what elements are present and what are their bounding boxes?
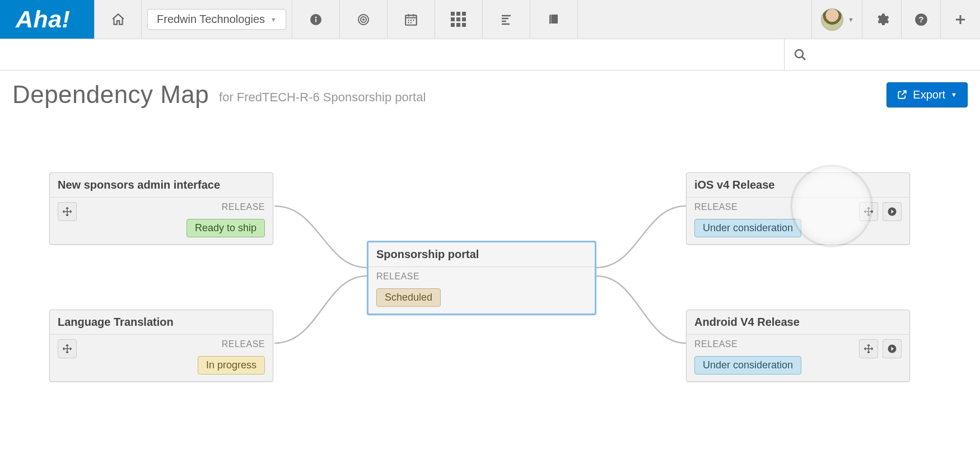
node-title: Language Translation [50,310,273,335]
dependency-canvas[interactable]: New sponsors admin interface RELEASE Rea… [0,111,980,468]
share-icon [897,90,907,100]
svg-rect-2 [315,18,316,22]
dependency-node[interactable]: Android V4 Release RELEASE Under conside… [686,310,910,382]
expand-right-icon[interactable] [883,202,902,221]
node-type: RELEASE [222,339,265,349]
logo[interactable]: Aha! [0,0,94,39]
node-title: iOS v4 Release [687,173,909,198]
info-icon[interactable] [292,0,340,39]
user-menu[interactable]: ▼ [812,0,862,39]
help-icon[interactable]: ? [902,0,941,39]
book-icon[interactable] [530,0,578,39]
node-title: Android V4 Release [687,310,909,335]
grid-icon[interactable] [435,0,483,39]
chevron-down-icon: ▼ [270,16,277,23]
drag-handle[interactable] [859,339,878,358]
status-badge: Ready to ship [186,219,265,237]
dependency-node[interactable]: Language Translation RELEASE In progress [49,310,273,382]
report-icon[interactable] [483,0,530,39]
topbar: Aha! Fredwin Technologies ▼ ▼ ? [0,0,980,39]
chevron-down-icon: ▼ [848,16,854,23]
expand-right-icon[interactable] [883,339,902,358]
subbar [0,39,980,71]
node-type: RELEASE [694,339,738,349]
avatar [821,8,843,31]
page-subtitle: for FredTECH-R-6 Sponsorship portal [219,90,426,105]
calendar-icon[interactable] [388,0,435,39]
status-badge: Under consideration [694,356,801,375]
gear-icon[interactable] [862,0,902,39]
node-type: RELEASE [376,272,419,282]
node-type: RELEASE [222,202,265,212]
svg-point-1 [315,16,316,18]
plus-icon[interactable] [941,0,980,39]
export-button[interactable]: Export ▼ [886,82,968,107]
dependency-node[interactable]: iOS v4 Release RELEASE Under considerati… [686,172,910,245]
status-badge: Under consideration [694,219,801,237]
target-icon[interactable] [340,0,388,39]
status-badge: In progress [198,356,265,375]
page-header: Dependency Map for FredTECH-R-6 Sponsors… [0,71,980,111]
page-title: Dependency Map [12,81,209,109]
drag-handle[interactable] [58,339,77,358]
svg-point-5 [362,18,365,21]
svg-text:?: ? [918,15,923,24]
node-type: RELEASE [694,202,738,212]
drag-handle[interactable] [58,202,77,221]
search-icon [794,48,807,62]
dependency-node-center[interactable]: Sponsorship portal RELEASE Scheduled [367,241,596,315]
svg-point-9 [795,50,803,58]
node-title: New sponsors admin interface [50,173,273,198]
node-title: Sponsorship portal [368,242,595,267]
product-name: Fredwin Technologies [157,13,265,26]
home-icon[interactable] [94,0,142,39]
dependency-node[interactable]: New sponsors admin interface RELEASE Rea… [49,172,273,245]
chevron-down-icon: ▼ [951,91,957,98]
export-label: Export [913,88,945,101]
search-button[interactable] [784,39,980,70]
status-badge: Scheduled [376,288,441,307]
product-picker[interactable]: Fredwin Technologies ▼ [142,0,292,39]
drag-handle[interactable] [859,202,878,221]
